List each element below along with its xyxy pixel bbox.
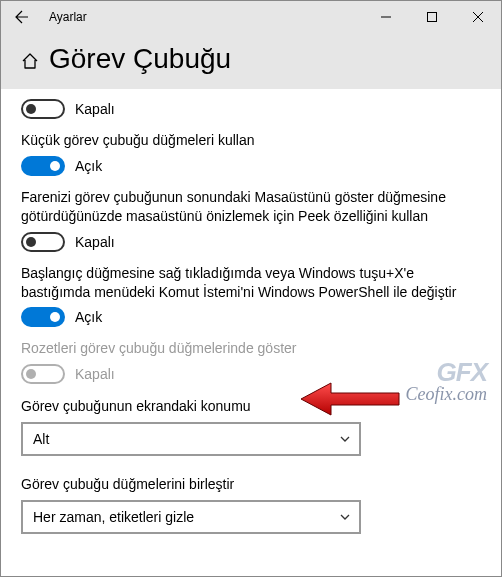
minimize-icon bbox=[381, 12, 391, 22]
close-button[interactable] bbox=[455, 1, 501, 33]
toggle-small-buttons[interactable] bbox=[21, 156, 65, 176]
toggle-row-5: Kapalı bbox=[21, 364, 481, 384]
svg-rect-1 bbox=[428, 13, 437, 22]
combine-buttons-value: Her zaman, etiketleri gizle bbox=[33, 509, 194, 525]
window-title: Ayarlar bbox=[49, 10, 87, 24]
page-header: Görev Çubuğu bbox=[1, 33, 501, 89]
home-button[interactable] bbox=[21, 52, 39, 70]
toggle-row-4: Açık bbox=[21, 307, 481, 327]
maximize-icon bbox=[427, 12, 437, 22]
minimize-button[interactable] bbox=[363, 1, 409, 33]
settings-content: Kapalı Küçük görev çubuğu düğmeleri kull… bbox=[1, 99, 501, 544]
chevron-down-icon bbox=[339, 433, 351, 445]
close-icon bbox=[473, 12, 483, 22]
page-title: Görev Çubuğu bbox=[49, 43, 231, 75]
toggle-4-state: Açık bbox=[75, 309, 102, 325]
toggle-3-state: Kapalı bbox=[75, 234, 115, 250]
home-icon bbox=[21, 52, 39, 70]
maximize-button[interactable] bbox=[409, 1, 455, 33]
taskbar-location-value: Alt bbox=[33, 431, 49, 447]
taskbar-location-label: Görev çubuğunun ekrandaki konumu bbox=[21, 398, 481, 414]
toggle-peek[interactable] bbox=[21, 232, 65, 252]
combine-buttons-dropdown[interactable]: Her zaman, etiketleri gizle bbox=[21, 500, 361, 534]
toggle-1[interactable] bbox=[21, 99, 65, 119]
titlebar: Ayarlar bbox=[1, 1, 501, 33]
toggle-2-state: Açık bbox=[75, 158, 102, 174]
setting-small-buttons: Küçük görev çubuğu düğmeleri kullan Açık bbox=[21, 131, 481, 176]
taskbar-location-dropdown[interactable]: Alt bbox=[21, 422, 361, 456]
setting-powershell: Başlangıç düğmesine sağ tıkladığımda vey… bbox=[21, 264, 481, 328]
setting-peek-label: Farenizi görev çubuğunun sonundaki Masaü… bbox=[21, 188, 481, 226]
toggle-row-1: Kapalı bbox=[21, 99, 481, 119]
toggle-badges bbox=[21, 364, 65, 384]
toggle-row-2: Açık bbox=[21, 156, 481, 176]
toggle-powershell[interactable] bbox=[21, 307, 65, 327]
setting-badges: Rozetleri görev çubuğu düğmelerinde göst… bbox=[21, 339, 481, 384]
setting-badges-label: Rozetleri görev çubuğu düğmelerinde göst… bbox=[21, 339, 481, 358]
setting-peek: Farenizi görev çubuğunun sonundaki Masaü… bbox=[21, 188, 481, 252]
window-controls bbox=[363, 1, 501, 33]
arrow-left-icon bbox=[14, 9, 30, 25]
toggle-1-state: Kapalı bbox=[75, 101, 115, 117]
combine-buttons-label: Görev çubuğu düğmelerini birleştir bbox=[21, 476, 481, 492]
chevron-down-icon bbox=[339, 511, 351, 523]
toggle-5-state: Kapalı bbox=[75, 366, 115, 382]
back-button[interactable] bbox=[1, 1, 43, 33]
setting-powershell-label: Başlangıç düğmesine sağ tıkladığımda vey… bbox=[21, 264, 481, 302]
setting-small-buttons-label: Küçük görev çubuğu düğmeleri kullan bbox=[21, 131, 481, 150]
toggle-row-3: Kapalı bbox=[21, 232, 481, 252]
